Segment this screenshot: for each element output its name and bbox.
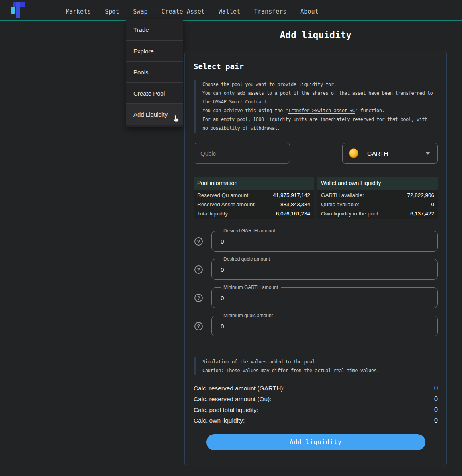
nav-links: Markets Spot Swap Create Asset Wallet Tr… [66, 0, 462, 15]
amount-row: ? Minimum GARTH amount [194, 287, 438, 308]
calc-row: Calc. reserved amount (Qu): 0 [194, 394, 438, 404]
amount-row: ? Desired GARTH amount [194, 231, 438, 252]
table-row: Own liquidity in the pool: 6,137,422 [317, 209, 438, 218]
coin-icon [349, 148, 358, 158]
calc-value: 0 [434, 415, 438, 426]
nav-item-about[interactable]: About [300, 8, 318, 15]
wallet-table-header: Wallet and own Liquidity [317, 177, 438, 190]
minimum-garth-input[interactable] [212, 288, 437, 308]
pool-table-header: Pool information [194, 177, 314, 190]
menu-item-explore[interactable]: Explore [126, 40, 183, 61]
calc-row: Calc. reserved amount (GARTH): 0 [194, 383, 438, 394]
info-line: You can achieve this using the "Transfer… [202, 106, 438, 115]
desired-garth-field: Desired GARTH amount [211, 231, 438, 252]
logo-bar-cyan [11, 7, 15, 14]
calc-label: Calc. reserved amount (Qu): [194, 394, 272, 404]
pool-table-body: Reserved Qu amount: 41,975,917,142 Reser… [194, 190, 314, 219]
pool-information-table: Pool information Reserved Qu amount: 41,… [194, 177, 314, 219]
info-line: You can only add assets to a pool if the… [202, 89, 438, 98]
row-label: Reserved Qu amount: [197, 191, 250, 200]
info-line: the QSWAP Smart Contract. [202, 98, 438, 106]
help-icon[interactable]: ? [194, 294, 203, 302]
add-liquidity-card: Select pair Choose the pool you want to … [184, 51, 447, 466]
wallet-liquidity-table: Wallet and own Liquidity GARTH available… [317, 177, 438, 219]
amount-inputs-section: ? Desired GARTH amount ? Desired qubic a… [194, 231, 438, 336]
desired-qubic-field: Desired qubic amount [211, 259, 438, 280]
menu-item-add-liquidity[interactable]: Add Liquidity [126, 103, 183, 125]
top-navbar: Markets Spot Swap Create Asset Wallet Tr… [0, 0, 462, 21]
menu-item-create-pool[interactable]: Create Pool [126, 82, 183, 103]
menu-item-pools[interactable]: Pools [126, 61, 183, 82]
amount-row: ? Minimum qubic amount [194, 316, 438, 336]
app-logo-icon[interactable] [11, 2, 26, 19]
add-liquidity-button[interactable]: Add liquidity [206, 434, 425, 450]
pool-info-note: Choose the pool you want to provide liqu… [194, 80, 438, 133]
nav-item-markets[interactable]: Markets [66, 8, 91, 15]
wallet-table-body: GARTH available: 72,822,906 Qubic availa… [317, 190, 438, 219]
calc-row: Calc. pool total liquidity: 0 [194, 404, 438, 415]
calc-value: 0 [434, 404, 438, 415]
field-label: Minimum GARTH amount [221, 285, 281, 291]
table-row: Qubic available: 0 [317, 200, 438, 209]
nav-item-spot[interactable]: Spot [105, 8, 119, 15]
asset-select-dropdown[interactable]: GARTH [342, 143, 438, 164]
logo-bar-stem [16, 2, 20, 18]
menu-item-trade[interactable]: Trade [126, 19, 183, 40]
calc-label: Calc. reserved amount (GARTH): [194, 383, 285, 394]
table-row: Reserved Qu amount: 41,975,917,142 [194, 191, 314, 200]
table-row: GARTH available: 72,822,906 [317, 191, 438, 200]
selected-asset-label: GARTH [367, 150, 388, 157]
info-line: no possibility of withdrawal. [202, 124, 438, 133]
row-label: Qubic available: [321, 200, 359, 209]
transfer-switch-asset-link[interactable]: Transfer->Switch asset SC [288, 108, 355, 113]
table-row: Total liquidity: 6,076,161,234 [194, 209, 314, 218]
amount-row: ? Desired qubic amount [194, 259, 438, 280]
help-icon[interactable]: ? [194, 265, 203, 274]
row-value: 6,137,422 [410, 209, 434, 218]
pair-selector-row: GARTH [194, 143, 438, 164]
sub-divider [224, 379, 410, 379]
row-value: 41,975,917,142 [273, 191, 310, 200]
info-line-part: " function. [355, 108, 384, 113]
qubic-search-input[interactable] [194, 143, 290, 164]
minimum-qubic-input[interactable] [212, 316, 437, 336]
help-icon[interactable]: ? [194, 322, 203, 330]
row-label: Reserved Asset amount: [197, 200, 256, 209]
calc-row: Calc. own liquidity: 0 [194, 415, 438, 426]
desired-qubic-input[interactable] [212, 259, 437, 279]
simulation-note: Simulation of the values added to the po… [194, 357, 438, 375]
row-label: Total liquidity: [197, 209, 229, 218]
row-value: 72,822,906 [407, 191, 434, 200]
nav-item-transfers[interactable]: Transfers [254, 8, 286, 15]
swap-dropdown-menu: Trade Explore Pools Create Pool Add Liqu… [126, 19, 183, 127]
info-line: Simulation of the values added to the po… [202, 357, 438, 366]
table-row: Reserved Asset amount: 883,843,384 [194, 200, 314, 209]
calc-results: Calc. reserved amount (GARTH): 0 Calc. r… [194, 383, 438, 426]
calc-label: Calc. own liquidity: [194, 415, 245, 426]
field-label: Desired GARTH amount [221, 228, 278, 234]
calc-value: 0 [434, 383, 438, 394]
row-value: 0 [431, 200, 434, 209]
minimum-garth-field: Minimum GARTH amount [211, 287, 438, 308]
select-pair-title: Select pair [194, 62, 438, 71]
row-label: Own liquidity in the pool: [321, 209, 379, 218]
desired-garth-input[interactable] [212, 231, 437, 251]
nav-item-create-asset[interactable]: Create Asset [161, 8, 204, 15]
info-line-part: You can achieve this using the " [202, 108, 288, 113]
field-label: Desired qubic amount [221, 256, 273, 262]
minimum-qubic-field: Minimum qubic amount [211, 316, 438, 336]
row-value: 883,843,384 [280, 200, 310, 209]
info-line: Caution: These values may differ from th… [202, 366, 438, 375]
field-label: Minimum qubic amount [221, 313, 276, 319]
info-line: For an empty pool, 1000 liquidity units … [202, 115, 438, 124]
nav-item-swap[interactable]: Swap [133, 8, 147, 15]
mouse-pointer-icon [170, 113, 181, 124]
calc-label: Calc. pool total liquidity: [194, 404, 258, 415]
help-icon[interactable]: ? [194, 237, 203, 246]
info-line: Choose the pool you want to provide liqu… [202, 80, 438, 89]
calc-value: 0 [434, 394, 438, 404]
menu-item-label: Add Liquidity [133, 111, 168, 118]
chevron-down-icon [425, 152, 430, 155]
nav-item-wallet[interactable]: Wallet [219, 8, 240, 15]
section-divider [194, 351, 438, 351]
